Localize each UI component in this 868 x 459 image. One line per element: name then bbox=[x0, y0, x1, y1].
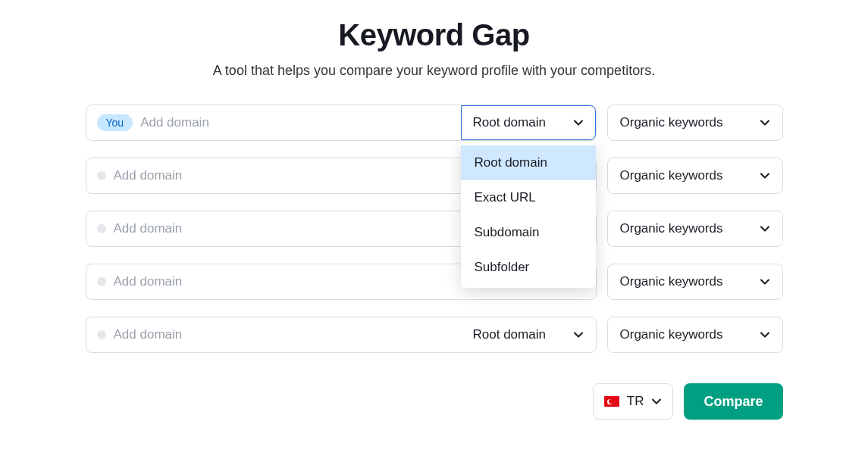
domain-input[interactable] bbox=[114, 274, 450, 289]
domain-row: Root domainOrganic keywords bbox=[86, 158, 783, 194]
keywords-selected-label: Organic keywords bbox=[620, 221, 723, 236]
footer-actions: TR Compare bbox=[86, 383, 783, 420]
domain-row: YouRoot domainRoot domainExact URLSubdom… bbox=[86, 105, 783, 141]
you-badge: You bbox=[97, 114, 133, 131]
domain-left bbox=[86, 158, 461, 193]
domain-row: Root domainOrganic keywords bbox=[86, 211, 783, 247]
chevron-down-icon bbox=[760, 223, 770, 234]
scope-option[interactable]: Root domain bbox=[461, 145, 596, 180]
scope-selected-label: Root domain bbox=[473, 115, 546, 130]
country-select[interactable]: TR bbox=[593, 383, 674, 420]
scope-option[interactable]: Exact URL bbox=[461, 180, 596, 215]
scope-select[interactable]: Root domainRoot domainExact URLSubdomain… bbox=[461, 105, 596, 140]
keywords-selected-label: Organic keywords bbox=[620, 168, 723, 183]
domain-left bbox=[86, 264, 461, 299]
keywords-selected-label: Organic keywords bbox=[620, 327, 723, 342]
scope-dropdown: Root domainExact URLSubdomainSubfolder bbox=[461, 142, 596, 288]
domain-left bbox=[86, 211, 461, 246]
chevron-down-icon bbox=[760, 170, 770, 181]
keywords-selected-label: Organic keywords bbox=[620, 274, 723, 289]
scope-option[interactable]: Subdomain bbox=[461, 215, 596, 250]
country-code: TR bbox=[627, 394, 644, 409]
keywords-select[interactable]: Organic keywords bbox=[607, 105, 783, 141]
keywords-select[interactable]: Organic keywords bbox=[607, 211, 783, 247]
domain-group: YouRoot domainRoot domainExact URLSubdom… bbox=[86, 105, 597, 141]
competitor-dot-icon bbox=[97, 277, 106, 286]
domain-left: You bbox=[86, 105, 461, 140]
domain-input[interactable] bbox=[114, 327, 450, 342]
domain-input[interactable] bbox=[114, 168, 450, 183]
domain-group: Root domain bbox=[86, 317, 597, 353]
scope-option[interactable]: Subfolder bbox=[461, 250, 596, 285]
chevron-down-icon bbox=[573, 117, 584, 128]
keyword-gap-tool: Keyword Gap A tool that helps you compar… bbox=[86, 0, 783, 420]
domain-left bbox=[86, 317, 461, 352]
chevron-down-icon bbox=[760, 117, 770, 128]
keywords-selected-label: Organic keywords bbox=[620, 115, 723, 130]
keywords-select[interactable]: Organic keywords bbox=[607, 264, 783, 300]
chevron-down-icon bbox=[760, 329, 770, 340]
keywords-select[interactable]: Organic keywords bbox=[607, 158, 783, 194]
chevron-down-icon bbox=[573, 329, 584, 340]
competitor-dot-icon bbox=[97, 224, 106, 233]
competitor-dot-icon bbox=[97, 330, 106, 339]
domain-rows: YouRoot domainRoot domainExact URLSubdom… bbox=[86, 105, 783, 353]
page-subtitle: A tool that helps you compare your keywo… bbox=[86, 63, 783, 79]
domain-row: Root domainOrganic keywords bbox=[86, 317, 783, 353]
compare-button[interactable]: Compare bbox=[684, 383, 782, 420]
scope-selected-label: Root domain bbox=[473, 327, 546, 342]
page-title: Keyword Gap bbox=[86, 18, 783, 52]
chevron-down-icon bbox=[651, 396, 662, 407]
scope-select[interactable]: Root domain bbox=[461, 317, 596, 352]
domain-row: Root domainOrganic keywords bbox=[86, 264, 783, 300]
flag-tr-icon bbox=[604, 396, 619, 407]
keywords-select[interactable]: Organic keywords bbox=[607, 317, 783, 353]
competitor-dot-icon bbox=[97, 171, 106, 180]
domain-input[interactable] bbox=[114, 221, 450, 236]
chevron-down-icon bbox=[760, 276, 770, 287]
domain-input[interactable] bbox=[140, 115, 450, 130]
